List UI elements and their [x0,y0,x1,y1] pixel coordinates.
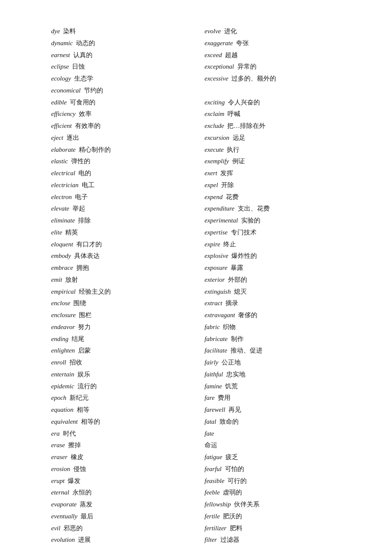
word-entry: exemplify 例证 [205,156,341,168]
word-en: eternal [51,489,69,496]
word-en: fatal [205,418,216,425]
word-entry: expire 终止 [205,239,341,251]
word-en: fertile [205,513,220,520]
word-entry: embrace 拥抱 [51,262,187,274]
word-zh: 效率 [79,110,92,117]
word-en: exterior [205,276,225,283]
word-en: exemplify [205,158,229,165]
word-entry: elastic 弹性的 [51,156,187,168]
word-entry: fearful 可怕的 [205,463,341,475]
word-entry: eject 逐出 [51,132,187,144]
word-entry: elaborate 精心制作的 [51,144,187,156]
word-zh: 实验的 [241,217,260,224]
word-zh: 弹性的 [71,158,90,165]
word-entry: electrical 电的 [51,168,187,179]
word-en: elaborate [51,146,76,153]
word-en: earnest [51,52,70,58]
word-zh: 可怕的 [225,465,244,472]
word-entry: equation 相等 [51,404,187,416]
word-zh: 再见 [228,406,241,413]
word-zh: 电的 [78,170,91,176]
word-en: explosive [205,252,228,259]
word-en: facilitate [205,347,227,354]
word-entry: explosive 爆炸性的 [205,250,341,262]
word-entry: evaporate 蒸发 [51,499,187,511]
word-zh: 流行的 [78,383,97,390]
word-zh: 制作 [231,335,244,342]
word-zh: 爆炸性的 [231,252,257,259]
word-entry: exciting 令人兴奋的 [205,97,341,109]
word-entry: fabricate 制作 [205,333,341,345]
word-entry: endeavor 努力 [51,321,187,333]
left-column: dye 染料dynamic 动态的earnest 认真的eclipse 日蚀ec… [51,26,187,546]
word-zh: 可食用的 [70,99,95,106]
word-zh: 例证 [232,158,245,165]
word-entry: exclude 把…排除在外 [205,120,341,132]
word-zh: 熄灭 [234,288,247,295]
word-en: eloquent [51,241,73,248]
word-entry: edible 可食用的 [51,97,187,109]
word-en: erupt [51,477,65,484]
word-zh: 日蚀 [72,63,85,70]
word-zh: 进化 [224,28,237,35]
word-entry: elevate 举起 [51,203,187,215]
word-en: excursion [205,134,229,141]
word-en: edible [51,99,67,106]
word-entry: expel 开除 [205,179,341,191]
word-entry: excursion 远足 [205,132,341,144]
word-entry: elite 精英 [51,227,187,239]
word-entry: electron 电子 [51,191,187,203]
word-entry: emit 放射 [51,274,187,286]
word-entry: feasible 可行的 [205,475,341,487]
word-zh: 夸张 [236,40,249,46]
word-en: extract [205,300,222,306]
word-entry: filter 过滤器 [205,534,341,546]
word-zh: 公正地 [222,359,241,366]
word-entry: expend 花费 [205,191,341,203]
word-en: erase [51,442,65,448]
word-zh: 支出、花费 [238,205,270,212]
word-en: emit [51,276,62,283]
word-en: evil [51,525,61,532]
word-entry: efficiency 效率 [51,108,187,120]
word-zh: 启蒙 [78,347,91,354]
word-en: elevate [51,205,69,212]
word-en: expenditure [205,205,234,212]
word-en: equation [51,406,74,413]
word-entry: exposure 暴露 [205,262,341,274]
word-en: famine [205,383,222,390]
word-entry: fatal 致命的 [205,416,341,428]
word-en: fellowship [205,501,231,508]
word-zh: 把…排除在外 [227,122,265,129]
word-en: extinguish [205,288,231,295]
word-zh: 举起 [72,205,85,212]
word-zh: 排除 [78,217,91,224]
word-entry: eternal 永恒的 [51,487,187,499]
word-entry: dynamic 动态的 [51,38,187,49]
word-zh: 染料 [63,28,76,35]
word-entry: extract 摘录 [205,298,341,309]
word-entry: exceed 超越 [205,49,341,61]
word-entry: exaggerate 夸张 [205,38,341,49]
word-entry: epidemic 流行的 [51,381,187,393]
word-entry: erase 擦掉 [51,439,187,451]
word-zh: 费用 [218,394,231,401]
word-entry: efficient 有效率的 [51,120,187,132]
word-zh: 最后 [81,513,93,520]
word-en: fertilizer [205,525,227,532]
word-en: enroll [51,359,66,366]
word-zh: 令人兴奋的 [228,99,260,106]
word-zh: 招收 [69,359,82,366]
word-zh: 专门技术 [231,229,257,236]
word-en: electron [51,194,72,200]
word-en: farewell [205,406,225,413]
word-en: era [51,430,60,437]
word-zh: 精英 [65,229,78,236]
word-zh: 围栏 [79,312,92,318]
word-entry: fertile 肥沃的 [205,511,341,523]
word-en: ecology [51,75,71,82]
word-entry: expenditure 支出、花费 [205,203,341,215]
word-zh: 相等 [77,406,89,413]
word-zh: 忠实地 [226,371,245,378]
word-zh: 电工 [82,182,95,188]
